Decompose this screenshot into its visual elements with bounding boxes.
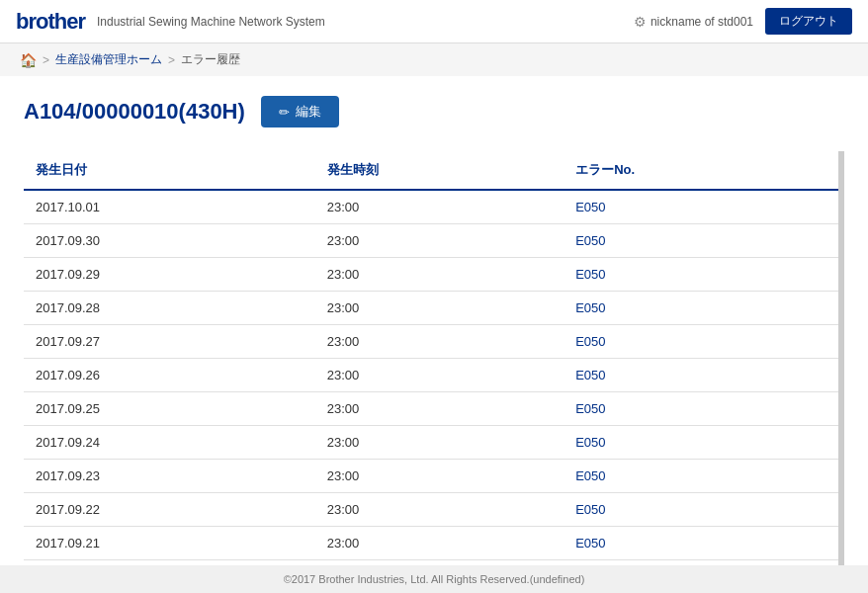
table-wrapper[interactable]: 発生日付 発生時刻 エラーNo. 2017.10.0123:00E0502017…: [24, 151, 844, 576]
cell-error: E050: [564, 527, 838, 560]
user-info: ⚙ nickname of std001: [634, 14, 753, 30]
cell-error: E050: [564, 460, 838, 493]
cell-error: E050: [564, 325, 838, 359]
cell-error: E050: [564, 392, 838, 426]
user-label: nickname of std001: [651, 15, 753, 29]
cell-time: 23:00: [315, 426, 564, 460]
cell-time: 23:00: [315, 359, 564, 392]
page-title: A104/00000010(430H): [24, 99, 245, 125]
breadcrumb-link-home[interactable]: 生産設備管理ホーム: [55, 51, 162, 68]
page-title-row: A104/00000010(430H) ✏ 編集: [24, 96, 844, 127]
col-date: 発生日付: [24, 151, 315, 190]
table-row: 2017.09.2223:00E050: [24, 493, 838, 527]
error-link[interactable]: E050: [575, 401, 605, 416]
breadcrumb-current: エラー履歴: [181, 51, 240, 68]
table-body: 2017.10.0123:00E0502017.09.3023:00E05020…: [24, 190, 838, 576]
user-icon: ⚙: [634, 14, 647, 30]
cell-error: E050: [564, 493, 838, 527]
table-row: 2017.09.2423:00E050: [24, 426, 838, 460]
cell-date: 2017.09.26: [24, 359, 315, 392]
cell-date: 2017.10.01: [24, 190, 315, 224]
table-row: 2017.09.2523:00E050: [24, 392, 838, 426]
error-link[interactable]: E050: [575, 300, 605, 315]
cell-date: 2017.09.25: [24, 392, 315, 426]
cell-date: 2017.09.29: [24, 258, 315, 292]
table-row: 2017.09.2823:00E050: [24, 292, 838, 325]
error-history-table: 発生日付 発生時刻 エラーNo. 2017.10.0123:00E0502017…: [24, 151, 838, 576]
cell-time: 23:00: [315, 325, 564, 359]
cell-time: 23:00: [315, 258, 564, 292]
cell-date: 2017.09.28: [24, 292, 315, 325]
cell-time: 23:00: [315, 224, 564, 258]
table-row: 2017.09.2723:00E050: [24, 325, 838, 359]
col-error: エラーNo.: [564, 151, 838, 190]
cell-error: E050: [564, 190, 838, 224]
header: brother Industrial Sewing Machine Networ…: [0, 0, 868, 43]
cell-time: 23:00: [315, 460, 564, 493]
logout-button[interactable]: ログアウト: [765, 8, 852, 35]
breadcrumb-sep1: >: [43, 53, 49, 67]
cell-date: 2017.09.27: [24, 325, 315, 359]
table-row: 2017.09.2623:00E050: [24, 359, 838, 392]
cell-error: E050: [564, 292, 838, 325]
breadcrumb: 🏠 > 生産設備管理ホーム > エラー履歴: [0, 43, 868, 76]
error-link[interactable]: E050: [575, 233, 605, 248]
error-link[interactable]: E050: [575, 368, 605, 382]
cell-time: 23:00: [315, 527, 564, 560]
breadcrumb-sep2: >: [168, 53, 175, 67]
error-link[interactable]: E050: [575, 334, 605, 349]
cell-date: 2017.09.22: [24, 493, 315, 527]
cell-time: 23:00: [315, 493, 564, 527]
cell-date: 2017.09.23: [24, 460, 315, 493]
error-link[interactable]: E050: [575, 435, 605, 450]
footer: ©2017 Brother Industries, Ltd. All Right…: [0, 565, 868, 593]
cell-error: E050: [564, 224, 838, 258]
table-row: 2017.09.2323:00E050: [24, 460, 838, 493]
cell-date: 2017.09.24: [24, 426, 315, 460]
cell-time: 23:00: [315, 190, 564, 224]
table-row: 2017.10.0123:00E050: [24, 190, 838, 224]
cell-error: E050: [564, 426, 838, 460]
cell-time: 23:00: [315, 392, 564, 426]
cell-error: E050: [564, 359, 838, 392]
cell-date: 2017.09.21: [24, 527, 315, 560]
table-header: 発生日付 発生時刻 エラーNo.: [24, 151, 838, 190]
cell-time: 23:00: [315, 292, 564, 325]
col-time: 発生時刻: [315, 151, 564, 190]
error-link[interactable]: E050: [575, 200, 605, 214]
cell-date: 2017.09.30: [24, 224, 315, 258]
table-row: 2017.09.2123:00E050: [24, 527, 838, 560]
home-icon[interactable]: 🏠: [20, 52, 37, 68]
footer-text: ©2017 Brother Industries, Ltd. All Right…: [284, 573, 585, 585]
error-link[interactable]: E050: [575, 536, 605, 551]
table-container: 発生日付 発生時刻 エラーNo. 2017.10.0123:00E0502017…: [24, 151, 844, 576]
table-row: 2017.09.3023:00E050: [24, 224, 838, 258]
main-content: A104/00000010(430H) ✏ 編集 発生日付 発生時刻 エラーNo…: [0, 76, 868, 593]
header-right: ⚙ nickname of std001 ログアウト: [634, 8, 852, 35]
edit-button[interactable]: ✏ 編集: [261, 96, 339, 127]
edit-button-label: 編集: [296, 103, 321, 121]
table-row: 2017.09.2923:00E050: [24, 258, 838, 292]
cell-error: E050: [564, 258, 838, 292]
pencil-icon: ✏: [279, 105, 290, 120]
logo: brother: [16, 9, 85, 35]
error-link[interactable]: E050: [575, 468, 605, 483]
error-link[interactable]: E050: [575, 502, 605, 517]
header-left: brother Industrial Sewing Machine Networ…: [16, 9, 325, 35]
system-title: Industrial Sewing Machine Network System: [97, 15, 325, 29]
error-link[interactable]: E050: [575, 267, 605, 282]
